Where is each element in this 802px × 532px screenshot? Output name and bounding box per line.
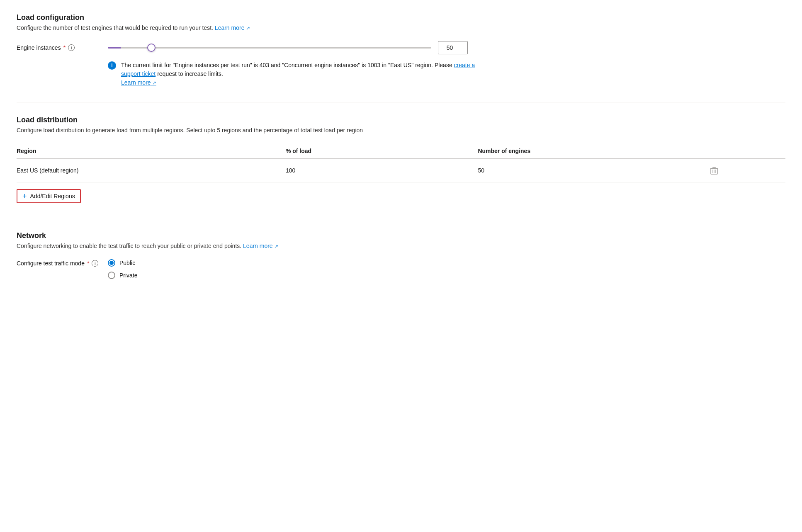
network-description: Configure networking to enable the test … [17,243,785,249]
trash-icon [710,166,718,175]
add-edit-regions-button[interactable]: + Add/Edit Regions [17,189,81,203]
load-config-learn-more-link[interactable]: Learn more [215,24,250,31]
public-radio-input[interactable] [108,259,115,267]
engine-instances-info-text: The current limit for "Engine instances … [121,61,481,87]
private-radio-input[interactable] [108,272,115,279]
num-engines-cell: 50 [478,159,708,182]
divider-1 [17,102,785,102]
traffic-mode-label: Configure test traffic mode * i [17,259,100,267]
info-circle-icon: i [108,61,116,70]
table-row: East US (default region) 100 50 [17,159,785,182]
engine-instances-info-icon[interactable]: i [68,44,75,51]
public-radio-label: Public [119,260,135,266]
engine-instances-number-input[interactable] [438,41,468,54]
load-dist-title: Load distribution [17,116,785,124]
required-star: * [63,44,66,51]
delete-region-button[interactable] [709,165,719,176]
load-config-description: Configure the number of test engines tha… [17,24,785,31]
col-actions-header [709,143,785,159]
info-learn-more-link[interactable]: Learn more [121,79,156,86]
engine-instances-row: Engine instances * i [17,41,785,54]
plus-icon: + [22,192,27,200]
traffic-mode-row: Configure test traffic mode * i Public P… [17,259,785,279]
traffic-mode-info-icon[interactable]: i [92,260,98,267]
engine-instances-slider[interactable] [108,47,431,49]
load-distribution-section: Load distribution Configure load distrib… [17,116,785,216]
load-dist-description: Configure load distribution to generate … [17,127,785,134]
network-title: Network [17,231,785,240]
table-header-row: Region % of load Number of engines [17,143,785,159]
region-cell: East US (default region) [17,159,286,182]
load-config-title: Load configuration [17,13,785,22]
network-section: Network Configure networking to enable t… [17,231,785,279]
col-engines-header: Number of engines [478,143,708,159]
engine-instances-info-box: i The current limit for "Engine instance… [108,61,481,87]
col-region-header: Region [17,143,286,159]
percent-load-cell: 100 [286,159,478,182]
add-edit-regions-label: Add/Edit Regions [30,193,75,199]
engine-instances-slider-container [108,41,785,54]
engine-instances-label: Engine instances * i [17,44,100,51]
delete-cell [709,159,785,182]
public-radio-option[interactable]: Public [108,259,138,267]
traffic-mode-radio-group: Public Private [108,259,138,279]
private-radio-label: Private [119,272,138,279]
private-radio-option[interactable]: Private [108,272,138,279]
traffic-mode-required-star: * [87,260,89,267]
network-learn-more-link[interactable]: Learn more [243,243,278,249]
load-configuration-section: Load configuration Configure the number … [17,13,785,87]
col-load-header: % of load [286,143,478,159]
load-distribution-table: Region % of load Number of engines East … [17,143,785,182]
